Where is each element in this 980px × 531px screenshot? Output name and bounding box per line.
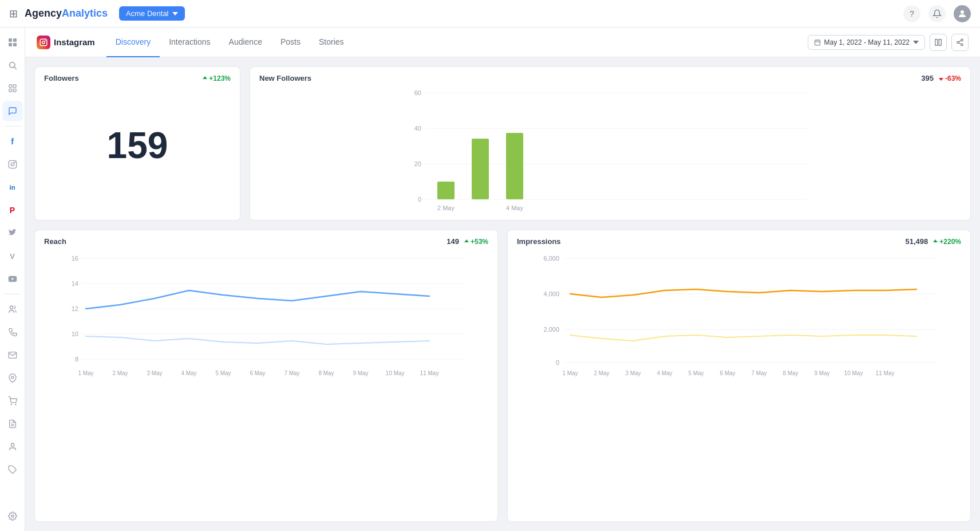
reach-card: Reach 149 +53% 16 1 <box>34 230 498 522</box>
sidebar-item-settings[interactable] <box>2 506 23 526</box>
sidebar-item-grid[interactable] <box>2 32 23 53</box>
svg-text:8 May: 8 May <box>783 370 798 376</box>
impressions-up-icon <box>932 239 938 245</box>
reach-value: 149 <box>446 237 459 246</box>
sidebar-item-instagram[interactable] <box>2 154 23 175</box>
impressions-card: Impressions 51,498 +220% 6,000 <box>507 230 971 522</box>
dashboard: Followers +123% 159 New Followers <box>25 57 980 531</box>
up-arrow-icon <box>202 76 208 81</box>
svg-text:9 May: 9 May <box>814 370 829 376</box>
sidebar-item-search[interactable] <box>2 55 23 76</box>
sidebar-item-vimeo[interactable]: V <box>2 246 23 266</box>
new-followers-bar-chart: 60 40 20 0 <box>259 87 961 213</box>
down-arrow-icon <box>938 76 944 81</box>
sidebar-item-cart[interactable] <box>2 391 23 411</box>
sidebar-item-facebook[interactable]: f <box>2 131 23 152</box>
followers-body: 159 <box>35 87 240 213</box>
sidebar-item-chat[interactable] <box>2 101 23 121</box>
svg-rect-3 <box>9 43 12 46</box>
svg-text:4 May: 4 May <box>657 370 672 376</box>
tab-posts[interactable]: Posts <box>271 27 310 57</box>
svg-text:14: 14 <box>72 280 78 287</box>
reach-up-icon <box>464 239 469 245</box>
sidebar-item-youtube[interactable] <box>2 269 23 289</box>
new-followers-badge: -63% <box>938 74 961 82</box>
sidebar-item-twitter[interactable] <box>2 223 23 243</box>
svg-rect-2 <box>13 38 17 42</box>
sidebar-item-tag[interactable] <box>2 459 23 480</box>
calendar-icon <box>814 39 821 46</box>
svg-text:8: 8 <box>75 356 78 363</box>
sidebar-item-linkedin[interactable]: in <box>2 177 23 198</box>
svg-text:10: 10 <box>72 331 78 337</box>
main-layout: f in P V <box>0 27 980 531</box>
sidebar-item-location[interactable] <box>2 368 23 388</box>
dropdown-chevron-icon <box>172 11 178 17</box>
svg-text:10 May: 10 May <box>844 370 863 376</box>
tab-stories[interactable]: Stories <box>310 27 353 57</box>
svg-text:2 May: 2 May <box>112 370 128 376</box>
sidebar-item-widgets[interactable] <box>2 78 23 99</box>
svg-text:4 May: 4 May <box>506 204 523 211</box>
reach-chart: 16 14 12 10 8 <box>35 250 497 389</box>
svg-text:6 May: 6 May <box>250 370 265 376</box>
svg-rect-24 <box>40 39 47 46</box>
svg-point-17 <box>11 404 11 404</box>
bottom-row: Reach 149 +53% 16 1 <box>34 230 971 522</box>
tab-discovery[interactable]: Discovery <box>106 27 160 57</box>
svg-point-33 <box>961 39 963 41</box>
followers-badge: +123% <box>202 74 231 82</box>
sidebar-item-people[interactable] <box>2 299 23 320</box>
acme-dental-button[interactable]: Acme Dental <box>119 6 184 21</box>
followers-header: Followers +123% <box>35 67 240 87</box>
new-followers-card: New Followers 395 -63% 60 <box>250 66 971 221</box>
notification-icon[interactable] <box>928 5 946 22</box>
svg-text:5 May: 5 May <box>215 370 231 376</box>
tab-interactions[interactable]: Interactions <box>160 27 219 57</box>
svg-point-35 <box>961 44 963 46</box>
help-icon[interactable]: ? <box>903 5 920 22</box>
logo: AgencyAnalytics <box>25 7 108 19</box>
svg-rect-32 <box>939 39 941 45</box>
sidebar-item-pinterest[interactable]: P <box>2 200 23 221</box>
followers-card: Followers +123% 159 <box>34 66 240 221</box>
impressions-header: Impressions 51,498 +220% <box>508 230 970 250</box>
date-range-label: May 1, 2022 - May 11, 2022 <box>824 38 910 46</box>
column-view-button[interactable] <box>930 34 947 51</box>
svg-point-26 <box>45 40 46 41</box>
reach-badge: +53% <box>464 238 488 246</box>
svg-text:60: 60 <box>414 89 421 96</box>
sidebar-item-mail[interactable] <box>2 345 23 365</box>
svg-rect-10 <box>13 89 16 92</box>
svg-line-36 <box>959 42 961 44</box>
svg-rect-11 <box>9 160 16 168</box>
date-range-button[interactable]: May 1, 2022 - May 11, 2022 <box>808 35 925 50</box>
svg-rect-1 <box>9 38 12 42</box>
impressions-line-chart: 6,000 4,000 2,000 0 <box>517 250 961 382</box>
new-followers-title: New Followers <box>259 74 311 82</box>
svg-point-13 <box>14 162 15 163</box>
platform-brand: Instagram <box>37 36 95 49</box>
svg-text:10 May: 10 May <box>386 370 405 376</box>
sidebar-divider <box>5 126 21 127</box>
svg-text:0: 0 <box>418 196 421 203</box>
impressions-header-right: 51,498 +220% <box>906 237 961 246</box>
sidebar-item-user[interactable] <box>2 436 23 457</box>
sidebar-item-reports[interactable] <box>2 414 23 434</box>
navbar: Instagram Discovery Interactions Audienc… <box>25 27 980 57</box>
grid-menu-icon[interactable]: ⊞ <box>9 7 18 20</box>
tab-audience[interactable]: Audience <box>220 27 271 57</box>
acme-label: Acme Dental <box>126 9 168 18</box>
impressions-badge: +220% <box>932 238 961 246</box>
svg-point-0 <box>961 10 964 14</box>
svg-point-34 <box>957 41 959 44</box>
impressions-chart: 6,000 4,000 2,000 0 <box>508 250 970 389</box>
svg-text:4 May: 4 May <box>181 370 196 376</box>
svg-rect-27 <box>815 40 820 45</box>
svg-text:9 May: 9 May <box>353 370 368 376</box>
sidebar-item-phone[interactable] <box>2 322 23 343</box>
svg-text:3 May: 3 May <box>147 370 162 376</box>
user-avatar[interactable] <box>954 5 971 22</box>
share-button[interactable] <box>951 34 969 51</box>
svg-line-6 <box>14 67 17 69</box>
